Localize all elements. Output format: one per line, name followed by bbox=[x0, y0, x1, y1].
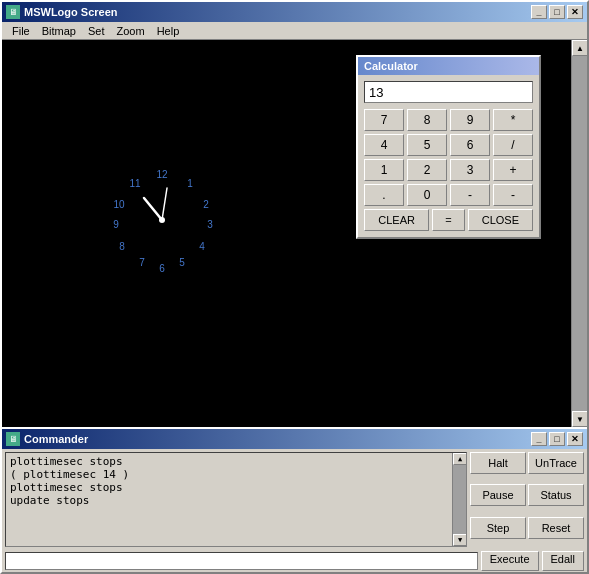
commander-title-buttons: _ □ ✕ bbox=[531, 432, 583, 446]
calc-btn-0[interactable]: 0 bbox=[407, 184, 447, 206]
main-canvas-area: 12 1 2 3 4 5 6 7 8 9 10 11 bbox=[2, 40, 587, 427]
pause-button[interactable]: Pause bbox=[470, 484, 526, 506]
reset-button[interactable]: Reset bbox=[528, 517, 584, 539]
commander-window: 🖥 Commander _ □ ✕ plottimesec stops ( pl… bbox=[2, 427, 587, 572]
calc-btn-add[interactable]: + bbox=[493, 159, 533, 181]
menu-bar: File Bitmap Set Zoom Help bbox=[2, 22, 587, 40]
menu-bitmap[interactable]: Bitmap bbox=[36, 23, 82, 39]
svg-text:11: 11 bbox=[129, 178, 141, 189]
main-window: 🖥 MSWLogo Screen _ □ ✕ File Bitmap Set Z… bbox=[0, 0, 589, 574]
calculator-title-text: Calculator bbox=[364, 60, 418, 72]
svg-text:3: 3 bbox=[207, 219, 213, 230]
svg-text:12: 12 bbox=[156, 169, 168, 180]
calc-btn-2[interactable]: 2 bbox=[407, 159, 447, 181]
scroll-down-button[interactable]: ▼ bbox=[572, 411, 587, 427]
edall-button[interactable]: Edall bbox=[542, 551, 584, 571]
canvas: 12 1 2 3 4 5 6 7 8 9 10 11 bbox=[2, 40, 571, 427]
log-line-3: plottimesec stops bbox=[10, 481, 462, 494]
calc-equals-button[interactable]: = bbox=[432, 209, 465, 231]
commander-maximize-button[interactable]: □ bbox=[549, 432, 565, 446]
calc-clear-button[interactable]: CLEAR bbox=[364, 209, 429, 231]
commander-log[interactable]: plottimesec stops ( plottimesec 14 ) plo… bbox=[5, 452, 467, 547]
svg-text:4: 4 bbox=[199, 241, 205, 252]
calc-btn-6[interactable]: 6 bbox=[450, 134, 490, 156]
main-window-title: MSWLogo Screen bbox=[24, 6, 118, 18]
commander-main: plottimesec stops ( plottimesec 14 ) plo… bbox=[2, 449, 587, 550]
clock: 12 1 2 3 4 5 6 7 8 9 10 11 bbox=[102, 160, 222, 280]
calc-btn-3[interactable]: 3 bbox=[450, 159, 490, 181]
calc-btn-negate[interactable]: - bbox=[493, 184, 533, 206]
calc-bottom-row: CLEAR = CLOSE bbox=[364, 209, 533, 231]
calc-btn-7[interactable]: 7 bbox=[364, 109, 404, 131]
svg-text:1: 1 bbox=[187, 178, 193, 189]
svg-point-14 bbox=[159, 217, 165, 223]
calculator-title: Calculator bbox=[358, 57, 539, 75]
log-scroll-track[interactable] bbox=[453, 465, 466, 534]
calculator-body: 13 7 8 9 * 4 5 6 / 1 bbox=[358, 75, 539, 237]
main-close-button[interactable]: ✕ bbox=[567, 5, 583, 19]
calc-btn-minus[interactable]: - bbox=[450, 184, 490, 206]
commander-input-row: Execute Edall bbox=[2, 550, 587, 572]
status-button[interactable]: Status bbox=[528, 484, 584, 506]
commander-input[interactable] bbox=[5, 552, 478, 570]
execute-button[interactable]: Execute bbox=[481, 551, 539, 571]
calc-close-button[interactable]: CLOSE bbox=[468, 209, 533, 231]
log-scroll-down[interactable]: ▼ bbox=[453, 534, 467, 546]
log-line-1: plottimesec stops bbox=[10, 455, 462, 468]
commander-controls: Halt UnTrace Pause Status Step Reset bbox=[467, 449, 587, 550]
main-minimize-button[interactable]: _ bbox=[531, 5, 547, 19]
svg-text:6: 6 bbox=[159, 263, 165, 274]
calculator-display[interactable]: 13 bbox=[364, 81, 533, 103]
commander-title-text: Commander bbox=[24, 433, 88, 445]
commander-close-button[interactable]: ✕ bbox=[567, 432, 583, 446]
calc-number-buttons: 7 8 9 * 4 5 6 / 1 2 3 + bbox=[364, 109, 533, 206]
untrace-button[interactable]: UnTrace bbox=[528, 452, 584, 474]
title-bar-left: 🖥 MSWLogo Screen bbox=[6, 5, 118, 19]
commander-icon: 🖥 bbox=[6, 432, 20, 446]
calc-btn-multiply[interactable]: * bbox=[493, 109, 533, 131]
main-maximize-button[interactable]: □ bbox=[549, 5, 565, 19]
main-title-bar: 🖥 MSWLogo Screen _ □ ✕ bbox=[2, 2, 587, 22]
menu-help[interactable]: Help bbox=[151, 23, 186, 39]
menu-file[interactable]: File bbox=[6, 23, 36, 39]
calc-btn-4[interactable]: 4 bbox=[364, 134, 404, 156]
main-window-icon: 🖥 bbox=[6, 5, 20, 19]
calc-btn-divide[interactable]: / bbox=[493, 134, 533, 156]
calc-btn-8[interactable]: 8 bbox=[407, 109, 447, 131]
calc-btn-5[interactable]: 5 bbox=[407, 134, 447, 156]
menu-set[interactable]: Set bbox=[82, 23, 111, 39]
svg-line-12 bbox=[144, 198, 162, 220]
step-button[interactable]: Step bbox=[470, 517, 526, 539]
svg-text:2: 2 bbox=[203, 199, 209, 210]
log-scroll-up[interactable]: ▲ bbox=[453, 453, 467, 465]
svg-text:10: 10 bbox=[113, 199, 125, 210]
log-line-2: ( plottimesec 14 ) bbox=[10, 468, 462, 481]
calc-btn-1[interactable]: 1 bbox=[364, 159, 404, 181]
calculator-window: Calculator 13 7 8 9 * 4 5 6 bbox=[356, 55, 541, 239]
clock-svg: 12 1 2 3 4 5 6 7 8 9 10 11 bbox=[102, 160, 222, 280]
log-line-4: update stops bbox=[10, 494, 462, 507]
log-scrollbar[interactable]: ▲ ▼ bbox=[452, 453, 466, 546]
halt-button[interactable]: Halt bbox=[470, 452, 526, 474]
main-title-buttons: _ □ ✕ bbox=[531, 5, 583, 19]
commander-title-left: 🖥 Commander bbox=[6, 432, 88, 446]
calc-btn-dot[interactable]: . bbox=[364, 184, 404, 206]
scroll-up-button[interactable]: ▲ bbox=[572, 40, 587, 56]
menu-zoom[interactable]: Zoom bbox=[111, 23, 151, 39]
svg-text:5: 5 bbox=[179, 257, 185, 268]
display-value: 13 bbox=[369, 85, 383, 100]
svg-line-13 bbox=[162, 188, 167, 220]
svg-text:7: 7 bbox=[139, 257, 145, 268]
svg-text:9: 9 bbox=[113, 219, 119, 230]
commander-title-bar: 🖥 Commander _ □ ✕ bbox=[2, 429, 587, 449]
main-scrollbar: ▲ ▼ bbox=[571, 40, 587, 427]
svg-text:8: 8 bbox=[119, 241, 125, 252]
calc-btn-9[interactable]: 9 bbox=[450, 109, 490, 131]
commander-body: plottimesec stops ( plottimesec 14 ) plo… bbox=[2, 449, 587, 572]
scroll-track[interactable] bbox=[572, 56, 587, 411]
commander-minimize-button[interactable]: _ bbox=[531, 432, 547, 446]
